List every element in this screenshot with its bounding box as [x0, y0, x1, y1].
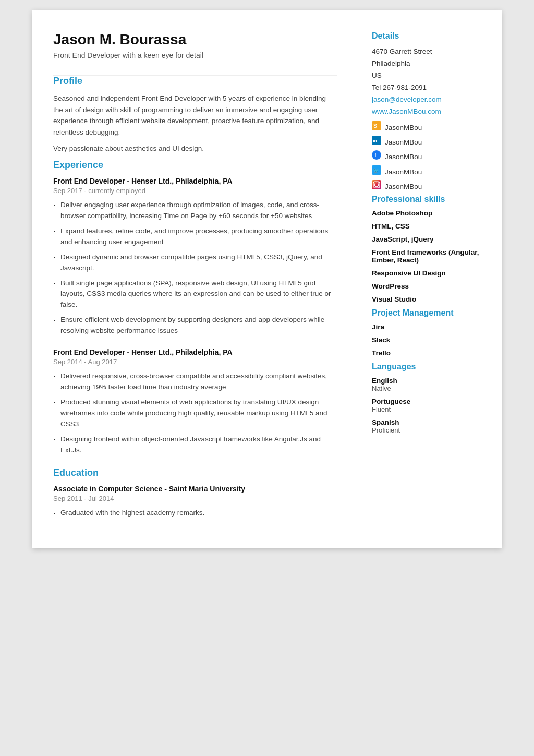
job-1-bullet-1: Produced stunning visual elements of web… — [53, 397, 337, 430]
candidate-name: Jason M. Bourassa — [53, 31, 337, 48]
social-handle-1: JasonMBou — [385, 136, 422, 149]
job-bullets-0: Deliver engaging user experience through… — [53, 200, 337, 337]
svg-text:in: in — [373, 139, 377, 143]
job-title-1: Front End Developer - Henser Ltd., Phila… — [53, 348, 337, 356]
languages-title: Languages — [372, 362, 486, 371]
lang-name-0: English — [372, 377, 486, 385]
social-row-3: 🐦JasonMBou — [372, 165, 486, 179]
social-row-0: SJasonMBou — [372, 121, 486, 135]
education-list: Associate in Computer Science - Saint Ma… — [53, 485, 337, 519]
skill-item-6: Visual Studio — [372, 295, 486, 303]
social-icon-2: f — [372, 150, 381, 164]
left-column: Jason M. Bourassa Front End Developer wi… — [32, 10, 356, 548]
job-block-0: Front End Developer - Henser Ltd., Phila… — [53, 177, 337, 337]
profile-section: Profile Seasoned and independent Front E… — [53, 76, 337, 154]
project-management-title: Project Management — [372, 308, 486, 318]
skill-item-2: JavaScript, jQuery — [372, 235, 486, 243]
social-handle-0: JasonMBou — [385, 122, 422, 134]
profile-title: Profile — [53, 76, 337, 87]
skills-list: Adobe PhotoshopHTML, CSSJavaScript, jQue… — [372, 209, 486, 303]
experience-section: Experience Front End Developer - Henser … — [53, 160, 337, 456]
languages-section: Languages EnglishNativePortugueseFluentS… — [372, 362, 486, 434]
skill-item-0: Adobe Photoshop — [372, 209, 486, 217]
details-section: Details 4670 Garrett Street Philadelphia… — [372, 31, 486, 194]
professional-skills-section: Professional skills Adobe PhotoshopHTML,… — [372, 195, 486, 303]
job-0-bullet-0: Deliver engaging user experience through… — [53, 200, 337, 222]
socials-list: SJasonMBouinJasonMBoufJasonMBou🐦JasonMBo… — [372, 121, 486, 194]
social-handle-2: JasonMBou — [385, 151, 422, 163]
job-bullets-1: Delivered responsive, cross-browser comp… — [53, 371, 337, 455]
right-column: Details 4670 Garrett Street Philadelphia… — [356, 10, 502, 548]
pm-list: JiraSlackTrello — [372, 323, 486, 357]
lang-name-2: Spanish — [372, 418, 486, 426]
social-icon-0: S — [372, 121, 381, 135]
edu-0-bullet-0: Graduated with the highest academy remar… — [53, 508, 337, 519]
pm-item-0: Jira — [372, 323, 486, 331]
details-title: Details — [372, 31, 486, 41]
education-section: Education Associate in Computer Science … — [53, 467, 337, 519]
svg-text:f: f — [374, 152, 377, 158]
edu-date-0: Sep 2011 - Jul 2014 — [53, 495, 337, 502]
address-line3: US — [372, 70, 486, 82]
skill-item-1: HTML, CSS — [372, 222, 486, 230]
svg-text:🐦: 🐦 — [373, 166, 380, 173]
edu-block-0: Associate in Computer Science - Saint Ma… — [53, 485, 337, 519]
social-icon-1: in — [372, 136, 381, 149]
pm-item-2: Trello — [372, 349, 486, 357]
profile-paragraph-1: Seasoned and independent Front End Devel… — [53, 93, 337, 138]
address-line1: 4670 Garrett Street — [372, 46, 486, 58]
svg-text:S: S — [373, 122, 377, 128]
edu-bullets-0: Graduated with the highest academy remar… — [53, 508, 337, 519]
professional-skills-title: Professional skills — [372, 195, 486, 204]
skill-item-4: Responsive UI Design — [372, 269, 486, 277]
svg-point-4 — [372, 150, 381, 160]
job-block-1: Front End Developer - Henser Ltd., Phila… — [53, 348, 337, 455]
social-row-1: inJasonMBou — [372, 136, 486, 149]
social-icon-3: 🐦 — [372, 165, 381, 179]
job-title-0: Front End Developer - Henser Ltd., Phila… — [53, 177, 337, 185]
lang-level-0: Native — [372, 385, 486, 392]
social-handle-3: JasonMBou — [385, 166, 422, 178]
edu-degree-0: Associate in Computer Science - Saint Ma… — [53, 485, 337, 493]
address-line2: Philadelphia — [372, 58, 486, 70]
profile-paragraph-2: Very passionate about aesthetics and UI … — [53, 143, 337, 154]
candidate-tagline: Front End Developer with a keen eye for … — [53, 51, 337, 59]
languages-list: EnglishNativePortugueseFluentSpanishProf… — [372, 377, 486, 434]
skill-item-3: Front End frameworks (Angular, Ember, Re… — [372, 248, 486, 264]
social-icon-4 — [372, 180, 381, 194]
job-0-bullet-4: Ensure efficient web development by supp… — [53, 315, 337, 337]
social-handle-4: JasonMBou — [385, 181, 422, 193]
social-row-4: JasonMBou — [372, 180, 486, 194]
job-1-bullet-2: Designing frontend within object-oriente… — [53, 434, 337, 456]
lang-level-1: Fluent — [372, 405, 486, 413]
email-link[interactable]: jason@developer.com — [372, 94, 486, 106]
pm-item-1: Slack — [372, 336, 486, 344]
jobs-list: Front End Developer - Henser Ltd., Phila… — [53, 177, 337, 456]
job-1-bullet-0: Delivered responsive, cross-browser comp… — [53, 371, 337, 393]
social-row-2: fJasonMBou — [372, 150, 486, 164]
job-0-bullet-3: Built single page applications (SPA), re… — [53, 278, 337, 311]
resume-container: Jason M. Bourassa Front End Developer wi… — [32, 10, 502, 548]
experience-title: Experience — [53, 160, 337, 171]
job-date-1: Sep 2014 - Aug 2017 — [53, 358, 337, 366]
project-management-section: Project Management JiraSlackTrello — [372, 308, 486, 357]
svg-point-10 — [378, 182, 379, 183]
education-title: Education — [53, 467, 337, 478]
job-0-bullet-2: Designed dynamic and browser compatible … — [53, 252, 337, 274]
job-0-bullet-1: Expand features, refine code, and improv… — [53, 226, 337, 248]
website-link[interactable]: www.JasonMBou.com — [372, 106, 486, 118]
lang-name-1: Portuguese — [372, 398, 486, 405]
skill-item-5: WordPress — [372, 282, 486, 290]
lang-level-2: Proficient — [372, 426, 486, 434]
tel: Tel 267-981-2091 — [372, 82, 486, 94]
job-date-0: Sep 2017 - currently employed — [53, 187, 337, 195]
